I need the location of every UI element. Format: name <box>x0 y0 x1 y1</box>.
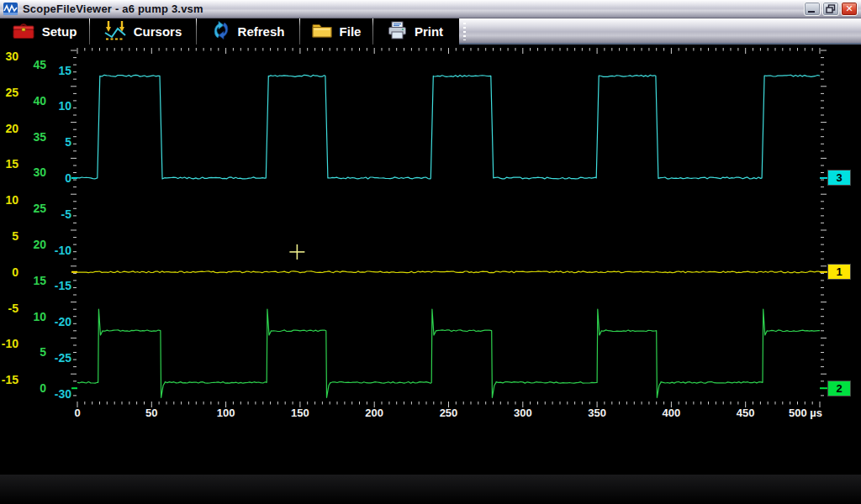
folder-icon <box>312 22 332 41</box>
refresh-button[interactable]: Refresh <box>197 18 299 45</box>
channel-1-trace <box>77 271 820 273</box>
channel-1-marker[interactable]: 1 <box>827 264 851 280</box>
y-axis-label-ch3: 15 <box>36 64 71 77</box>
status-bar: No Active Vehicle <box>0 475 861 504</box>
x-axis-label: 450 <box>716 407 775 419</box>
restore-button[interactable] <box>822 2 839 16</box>
x-axis-label: 150 <box>271 407 330 419</box>
x-axis-label: 300 <box>494 407 552 419</box>
x-axis-label: 0 <box>48 407 107 419</box>
refresh-label: Refresh <box>238 24 285 39</box>
minimize-button[interactable] <box>804 2 821 16</box>
channel-2-trace <box>77 309 820 397</box>
file-button[interactable]: File <box>300 18 372 45</box>
file-label: File <box>340 24 362 39</box>
x-axis-label: 200 <box>345 407 404 419</box>
y-axis-label-ch3: 5 <box>36 135 71 149</box>
ruler-ticks <box>71 48 827 407</box>
playback-control-bar: 00:00:095 <box>0 424 861 475</box>
y-axis-label-ch3: -5 <box>36 207 71 221</box>
window-title: ScopeFileViewer - a6 pump 3.vsm <box>23 3 203 15</box>
title-bar: ScopeFileViewer - a6 pump 3.vsm ✕ <box>0 0 861 18</box>
waveform-canvas <box>0 46 861 424</box>
scope-file-viewer-window: ScopeFileViewer - a6 pump 3.vsm ✕ <box>0 0 861 504</box>
channel-2-marker[interactable]: 2 <box>827 381 851 396</box>
y-axis-label-ch3: -30 <box>36 387 71 401</box>
cursors-label: Cursors <box>134 24 182 39</box>
toolbar-grip <box>463 23 466 40</box>
y-axis-label-ch3: 0 <box>36 171 71 185</box>
cursors-icon <box>104 20 126 43</box>
x-axis-label: 50 <box>122 407 181 419</box>
toolbar: Setup Cursors <box>0 18 861 45</box>
x-axis-label: 350 <box>568 407 626 419</box>
setup-label: Setup <box>42 24 77 39</box>
setup-button[interactable]: Setup <box>0 18 89 45</box>
y-axis-label-ch3: -20 <box>36 315 71 328</box>
y-axis-label-ch3: -10 <box>36 244 71 257</box>
x-axis-label: 500 µs <box>776 407 835 419</box>
toolbar-buttons: Setup Cursors <box>0 18 459 45</box>
cursors-button[interactable]: Cursors <box>90 18 196 45</box>
print-label: Print <box>415 24 443 39</box>
y-axis-label-ch3: 10 <box>36 99 71 113</box>
channel-3-marker[interactable]: 3 <box>827 170 851 186</box>
x-axis-label: 250 <box>420 407 478 419</box>
print-button[interactable]: Print <box>373 18 457 45</box>
scope-plot-area[interactable]: 302520151050-5-10-1545403530252015105015… <box>0 46 861 424</box>
toolbox-icon <box>13 21 34 42</box>
close-button[interactable]: ✕ <box>841 2 858 16</box>
refresh-icon <box>212 20 230 43</box>
app-waveform-icon <box>3 3 18 18</box>
y-axis-label-ch3: -15 <box>36 279 71 292</box>
x-axis-label: 100 <box>197 407 256 419</box>
channel-3-trace <box>77 75 820 179</box>
x-axis-label: 400 <box>642 407 700 419</box>
printer-icon <box>388 21 407 42</box>
y-axis-label-ch3: -25 <box>36 351 71 365</box>
crosshair-cursor[interactable] <box>289 244 304 260</box>
